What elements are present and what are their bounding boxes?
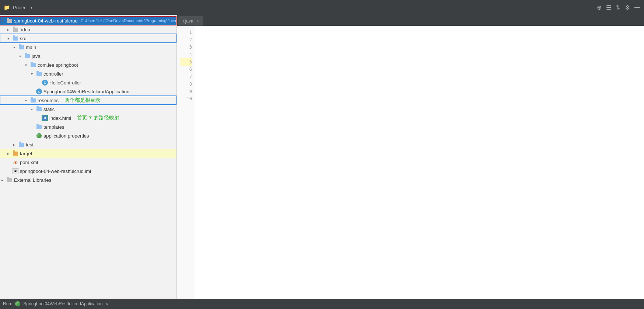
main-label: main: [26, 45, 36, 50]
run-bar: Run: Springboot04WebRestfulcrudApplicati…: [0, 299, 644, 309]
tree-item-static[interactable]: static: [0, 105, 176, 114]
tab-close-icon[interactable]: ×: [196, 18, 199, 24]
hello-label: HelloController: [49, 80, 81, 86]
line-4: 4: [189, 51, 192, 58]
hello-class-icon: C: [42, 80, 48, 86]
line-numbers: 1 2 3 4 5 6 7 8 9 10: [177, 26, 195, 299]
editor-tab-rjava[interactable]: r.java ×: [178, 16, 203, 26]
controller-label: controller: [43, 71, 63, 77]
src-folder-icon: [13, 36, 18, 41]
templates-folder-icon: [36, 124, 42, 129]
minimize-icon[interactable]: —: [634, 4, 640, 11]
tree-item-idea[interactable]: .idea: [0, 25, 176, 34]
resources-arrow: [25, 98, 30, 103]
root-arrow: [1, 19, 7, 23]
idea-folder-icon: [13, 27, 18, 32]
ext-arrow: [1, 178, 7, 182]
java-label: java: [32, 53, 41, 59]
static-label: static: [43, 107, 55, 112]
tree-item-controller[interactable]: controller: [0, 69, 176, 78]
app-class-icon: C: [36, 88, 42, 94]
sort-icon[interactable]: ⇅: [616, 4, 620, 11]
line-1: 1: [189, 29, 192, 36]
main-area: springboot-04-web-restfulcrud C:\Users\l…: [0, 15, 644, 299]
run-close-icon[interactable]: ×: [106, 301, 108, 306]
dropdown-arrow[interactable]: ▾: [31, 6, 32, 10]
target-folder-icon: [13, 151, 18, 156]
toolbar-left: 📁 Project ▾: [4, 4, 32, 10]
tree-item-src[interactable]: src: [0, 34, 176, 43]
add-icon[interactable]: ⊕: [597, 4, 602, 11]
props-icon: [36, 133, 42, 139]
pom-label: pom.xml: [20, 160, 38, 165]
ext-folder-icon: [7, 177, 13, 183]
root-path: C:\Users\lizhi\OneDrive\Documents\Progra…: [81, 18, 176, 23]
editor-content: 1 2 3 4 5 6 7 8 9 10: [177, 26, 644, 299]
tree-item-iml[interactable]: ▣ springboot-04-web-restfulcrud.iml: [0, 167, 176, 176]
line-5: 5: [180, 58, 192, 66]
java-arrow: [19, 54, 24, 58]
menu-icon[interactable]: ☰: [606, 4, 611, 11]
editor-code[interactable]: [195, 26, 644, 299]
line-2: 2: [189, 36, 192, 44]
run-app-icon: [15, 301, 20, 306]
tree-item-templates[interactable]: templates: [0, 122, 176, 131]
target-arrow: [7, 152, 13, 156]
tree-item-test[interactable]: test: [0, 140, 176, 149]
line-10: 10: [187, 95, 192, 103]
package-arrow: [25, 63, 30, 67]
idea-label: .idea: [20, 27, 30, 32]
root-label: springboot-04-web-restfulcrud: [14, 18, 78, 24]
index-label: index.html: [49, 115, 71, 121]
pom-icon: m: [13, 159, 18, 165]
templates-label: templates: [43, 124, 64, 130]
src-label: src: [20, 36, 26, 41]
tree-root[interactable]: springboot-04-web-restfulcrud C:\Users\l…: [0, 16, 176, 25]
tree-item-app-props[interactable]: application.properties: [0, 131, 176, 140]
tree-item-pom[interactable]: m pom.xml: [0, 158, 176, 167]
static-folder-icon: [36, 107, 42, 112]
settings-icon[interactable]: ⚙: [625, 4, 630, 11]
project-tree: springboot-04-web-restfulcrud C:\Users\l…: [0, 15, 176, 299]
props-label: application.properties: [43, 133, 89, 139]
test-label: test: [26, 142, 34, 147]
line-6: 6: [189, 66, 192, 73]
line-7: 7: [189, 73, 192, 80]
resources-folder-icon: [30, 98, 36, 103]
project-panel: springboot-04-web-restfulcrud C:\Users\l…: [0, 15, 177, 299]
tree-item-main[interactable]: main: [0, 43, 176, 52]
target-label: target: [20, 151, 32, 156]
tree-item-springboot-app[interactable]: C Springboot04WebRestfulcrudApplication: [0, 87, 176, 96]
test-arrow: [13, 143, 18, 147]
tree-item-java[interactable]: java: [0, 52, 176, 60]
main-arrow: [13, 45, 18, 49]
tree-item-ext-libs[interactable]: External Libraries: [0, 176, 176, 184]
project-label: Project: [13, 5, 28, 10]
index-annotation: 首页 '/' 的路径映射: [77, 115, 119, 121]
controller-arrow: [31, 72, 36, 76]
tree-item-index-html[interactable]: H index.html 首页 '/' 的路径映射: [0, 114, 176, 122]
package-label: com.lee.springboot: [38, 62, 78, 68]
tree-item-hello-controller[interactable]: C HelloController: [0, 78, 176, 87]
src-arrow: [7, 37, 13, 41]
test-folder-icon: [18, 142, 24, 147]
controller-folder-icon: [36, 71, 42, 76]
editor-area: r.java × 1 2 3 4 5 6 7 8 9 10: [177, 15, 644, 299]
index-html-icon: H: [42, 115, 48, 121]
ext-label: External Libraries: [14, 177, 51, 183]
folder-icon: 📁: [4, 4, 10, 10]
iml-label: springboot-04-web-restfulcrud.iml: [20, 169, 91, 174]
toolbar-right: ⊕ ☰ ⇅ ⚙ —: [597, 4, 640, 11]
toolbar: 📁 Project ▾ ⊕ ☰ ⇅ ⚙ —: [0, 0, 644, 15]
tree-item-target[interactable]: target: [0, 149, 176, 158]
tree-item-package[interactable]: com.lee.springboot: [0, 60, 176, 69]
iml-icon: ▣: [13, 168, 18, 174]
line-9: 9: [189, 88, 192, 95]
tree-item-resources[interactable]: resources 两个都是根目录: [0, 96, 176, 105]
app-label: Springboot04WebRestfulcrudApplication: [43, 89, 129, 94]
line-8: 8: [189, 80, 192, 88]
editor-tabs: r.java ×: [177, 15, 644, 26]
run-app-name: Springboot04WebRestfulcrudApplication: [23, 301, 102, 306]
idea-arrow: [7, 28, 13, 32]
root-folder-icon: [7, 18, 13, 23]
